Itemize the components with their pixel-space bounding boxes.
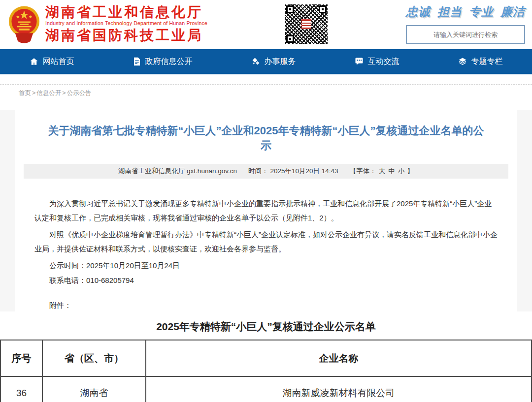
font-size-small[interactable]: 小: [398, 167, 405, 175]
breadcrumb-home[interactable]: 首页: [19, 90, 31, 96]
document-icon: [133, 57, 141, 66]
cell-company: 湖南新威凌新材料有限公司: [146, 376, 532, 402]
header-right: 忠诚 担当 专业 廉洁: [406, 4, 525, 44]
org-name-en: Industry and Information Technology Depa…: [45, 20, 207, 27]
nav-label: 政府信息公开: [145, 57, 193, 67]
contact-phone: 联系电话：010-68205794: [34, 273, 498, 288]
font-size-suffix: 】: [407, 167, 414, 175]
home-icon: [30, 57, 38, 66]
breadcrumb: 首页>信息公开>公示公告: [0, 85, 532, 97]
qr-finder-icon: [286, 5, 294, 13]
time-label: 时间：: [248, 167, 268, 175]
article-meta: 湖南省工业和信息化厅 gxt.hunan.gov.cn 时间：2025年10月2…: [24, 164, 508, 179]
table-section: 2025年专精特新“小巨人”复核通过企业公示名单 序号 省（区、市） 企业名称 …: [0, 311, 532, 402]
site-logo[interactable]: 湖南省工业和信息化厅 Industry and Information Tech…: [8, 3, 207, 47]
article-title: 关于湖南省第七批专精特新“小巨人”企业和2025年专精特新“小巨人”复核通过企业…: [24, 110, 508, 164]
nav-item-home[interactable]: 网站首页: [26, 57, 78, 67]
table-row: 36 湖南省 湖南新威凌新材料有限公司: [0, 376, 532, 402]
publish-time: 2025年10月20日 14:43: [270, 167, 338, 175]
nav-label: 网站首页: [43, 57, 74, 67]
font-size-prefix: 【字体：: [350, 167, 376, 175]
breadcrumb-zone: 首页>信息公开>公示公告: [0, 84, 532, 110]
cell-serial: 36: [0, 376, 42, 402]
nav-label: 专题专栏: [471, 57, 503, 67]
site-header: 湖南省工业和信息化厅 Industry and Information Tech…: [0, 0, 532, 49]
nav-item-special-topics[interactable]: 专题专栏: [454, 57, 507, 67]
font-size-medium[interactable]: 中: [388, 167, 395, 175]
paragraph: 为深入贯彻习近平总书记关于激发涌现更多专精特新中小企业的重要指示批示精神，工业和…: [34, 196, 498, 225]
nav-label: 互动交流: [368, 57, 399, 67]
cell-province: 湖南省: [42, 376, 146, 402]
org-name-cn: 湖南省工业和信息化厅: [45, 4, 207, 20]
header-company: 企业名称: [146, 340, 532, 376]
table-title: 2025年专精特新“小巨人”复核通过企业公示名单: [0, 311, 532, 340]
breadcrumb-notice[interactable]: 公示公告: [67, 90, 92, 96]
nav-item-interaction[interactable]: 互动交流: [351, 57, 403, 67]
qr-center-logo-icon: [301, 19, 311, 29]
article-band: 关于湖南省第七批专精特新“小巨人”企业和2025年专精特新“小巨人”复核通过企业…: [0, 110, 532, 311]
nav-item-gov-info[interactable]: 政府信息公开: [129, 57, 197, 67]
slogan-word: 专业: [469, 4, 494, 20]
chat-icon: [355, 57, 364, 66]
search-box: [406, 25, 525, 44]
slogan: 忠诚 担当 专业 廉洁: [406, 4, 525, 20]
font-size-large[interactable]: 大: [379, 167, 386, 175]
enterprise-table: 序号 省（区、市） 企业名称 36 湖南省 湖南新威凌新材料有限公司: [0, 340, 532, 402]
attachments-label: 附件：: [34, 299, 498, 311]
attachments: 附件： 1.第七批专精特新“小巨人”企业公示名单 2.2025年专精特新“小巨人…: [34, 299, 498, 311]
article-body: 为深入贯彻习近平总书记关于激发涌现更多专精特新中小企业的重要指示批示精神，工业和…: [24, 179, 508, 311]
national-emblem-icon: [8, 3, 40, 47]
article-source: 湖南省工业和信息化厅 gxt.hunan.gov.cn: [118, 167, 237, 175]
qr-finder-icon: [319, 5, 327, 13]
gem-icon: [251, 57, 260, 66]
table-header-row: 序号 省（区、市） 企业名称: [0, 340, 532, 376]
slogan-word: 担当: [437, 4, 462, 20]
slogan-word: 廉洁: [500, 4, 525, 20]
org-name-cn2: 湖南省国防科技工业局: [45, 28, 207, 43]
nav-label: 办事服务: [265, 57, 296, 67]
qr-code: [285, 4, 328, 44]
paragraph: 对照《优质中小企业梯度培育管理暂行办法》中专精特新“小巨人”企业认定标准，如对公…: [34, 227, 498, 256]
layers-icon: [458, 57, 467, 66]
main-nav: 网站首页 政府信息公开 办事服务 互动交流 专题专栏: [0, 49, 532, 75]
breadcrumb-info[interactable]: 信息公开: [36, 90, 61, 96]
header-serial: 序号: [0, 340, 42, 376]
header-province: 省（区、市）: [42, 340, 146, 376]
breadcrumb-separator: >: [32, 90, 35, 96]
publicity-period: 公示时间：2025年10月20日至10月24日: [34, 258, 498, 273]
site-titles: 湖南省工业和信息化厅 Industry and Information Tech…: [45, 3, 207, 43]
breadcrumb-separator: >: [62, 90, 66, 96]
qr-finder-icon: [286, 35, 294, 43]
search-input[interactable]: [407, 26, 524, 43]
slogan-word: 忠诚: [406, 4, 431, 20]
article-card: 关于湖南省第七批专精特新“小巨人”企业和2025年专精特新“小巨人”复核通过企业…: [15, 110, 517, 311]
nav-item-services[interactable]: 办事服务: [247, 57, 300, 67]
